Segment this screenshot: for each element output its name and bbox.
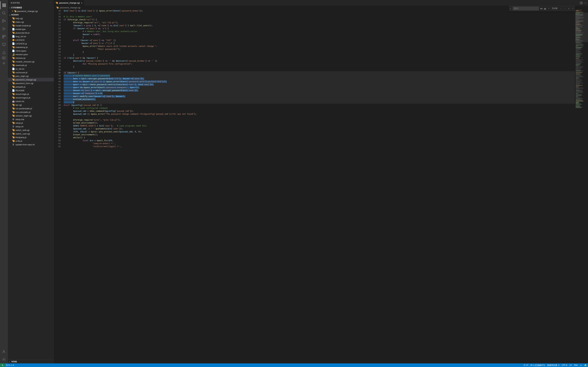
activity-ql[interactable]: QL [2, 56, 6, 59]
file-item[interactable]: 🐪help.cgi [8, 17, 54, 20]
status-tab-size[interactable]: 制表符长度: 4 [547, 364, 559, 367]
file-item[interactable]: 🐪javascript-lib.pl [8, 31, 54, 34]
file-item[interactable]: 🔶LICENCE [8, 38, 54, 42]
file-item[interactable]: 🐪index.cgi [8, 20, 54, 24]
sidebar-more-icon[interactable]: ⋯ [49, 2, 51, 4]
file-tree[interactable]: 🐪help.cgi🐪index.cgi🐪install-module.pl📄in… [8, 17, 54, 360]
file-icon: 🐪 [12, 136, 15, 139]
activity-testing[interactable] [0, 49, 8, 56]
file-icon: 🤖 [12, 100, 15, 103]
file-item[interactable]: 🐪newmods.pl [8, 63, 54, 67]
file-icon: 🐪 [12, 78, 15, 81]
file-item[interactable]: 🐪install-module.pl [8, 24, 54, 27]
find-input[interactable] [513, 7, 539, 10]
file-icon: 🐪 [12, 24, 15, 27]
file-icon: 🐪 [12, 82, 15, 84]
file-item[interactable]: 🐪run-postinstalls.pl [8, 107, 54, 110]
find-next-icon[interactable]: ↓ [563, 7, 567, 10]
file-item[interactable]: ⚙setup.bat [8, 117, 54, 121]
project-header[interactable]: ⌄ WEBMIN [8, 13, 54, 17]
sidebar-title: 资源管理器 [10, 2, 49, 4]
status-feedback-icon[interactable]: ☺ [580, 364, 582, 366]
status-problems[interactable]: ⓧ0 ⚠0 [6, 364, 14, 367]
status-bar: ⓧ0 ⚠0 行 37，列 1 (已选择471) 制表符长度: 4 UTF-8 L… [0, 363, 588, 367]
breadcrumb[interactable]: 🐪 password_change.cgi [54, 6, 588, 9]
file-item[interactable]: 📄README [8, 89, 54, 92]
file-item[interactable]: 🐪pam_login.cgi [8, 74, 54, 78]
activity-bar: QL [0, 0, 8, 363]
activity-settings[interactable] [0, 356, 8, 363]
file-item[interactable]: $update-from-repo.sh [8, 143, 54, 146]
file-item[interactable]: 🐪miniserv.pl [8, 56, 54, 60]
file-item[interactable]: 🐪setup.pl [8, 121, 54, 125]
svg-rect-8 [2, 37, 4, 38]
file-item[interactable]: 🐪rpc.cgi [8, 103, 54, 107]
svg-line-1 [4, 14, 5, 15]
open-editors-header[interactable]: ⌄ 打开的编辑器 [8, 6, 54, 9]
file-item[interactable]: 🔏miniserv.pem [8, 53, 54, 56]
file-item[interactable]: 🐪module_chooser.cgi [8, 60, 54, 63]
whole-word-toggle[interactable]: ab [543, 7, 547, 10]
activity-remote[interactable] [0, 41, 8, 49]
file-item[interactable]: 🐪record-login.pl [8, 92, 54, 96]
file-item[interactable]: 📄os_list.txt [8, 67, 54, 71]
code-content[interactable]: $in{'new1'} eq $in{'new2'} || &pass_erro… [64, 9, 575, 363]
status-language[interactable]: Perl [574, 364, 578, 366]
file-item[interactable]: 🐪record-logout.pl [8, 96, 54, 100]
minimap[interactable] [575, 9, 588, 363]
regex-toggle[interactable]: .* [547, 7, 550, 10]
more-actions-icon[interactable]: ⋯ [585, 2, 587, 4]
sidebar-header: 资源管理器 ⋯ [8, 0, 54, 6]
timeline-header[interactable]: › 时间线 [8, 360, 54, 363]
file-item[interactable]: $setup.sh [8, 125, 54, 128]
find-close-icon[interactable]: × [571, 7, 574, 10]
svg-point-0 [2, 12, 5, 14]
file-icon: 🐪 [12, 96, 15, 99]
file-item[interactable]: 🐪switch_user.cgi [8, 132, 54, 135]
find-selection-icon[interactable]: ≡ [567, 7, 571, 10]
file-item[interactable]: 📄lang_list.txt [8, 34, 54, 38]
activity-debug[interactable] [0, 25, 8, 33]
file-item[interactable]: 🐪oschooser.pl [8, 71, 54, 74]
svg-marker-5 [3, 27, 5, 30]
open-editor-item[interactable]: × 🐪 password_change.cgi [8, 9, 54, 13]
split-editor-icon[interactable] [580, 2, 583, 4]
file-icon: 🐪 [12, 21, 15, 23]
code-editor[interactable]: 1617181920212223242526272829303132333435… [54, 9, 588, 363]
activity-explorer[interactable] [0, 1, 8, 9]
find-expand-toggle[interactable]: › [509, 6, 512, 11]
file-item[interactable]: 🤖robots.txt [8, 100, 54, 103]
svg-rect-9 [2, 43, 5, 45]
file-item[interactable]: 🐪run-uninstalls.pl [8, 110, 54, 114]
file-item[interactable]: 🐪perlpath.pl [8, 85, 54, 89]
svg-rect-7 [4, 35, 5, 37]
file-item[interactable]: 📄install-type [8, 27, 54, 31]
file-item[interactable]: 🐪password_change.cgi [8, 78, 54, 81]
file-item[interactable]: 🐪ui-lib.pl [8, 139, 54, 143]
file-item[interactable]: 🐪thirdparty.pl [8, 135, 54, 139]
activity-scm[interactable] [0, 17, 8, 25]
file-icon: 🐪 [12, 17, 15, 20]
close-icon[interactable]: × [81, 2, 82, 4]
status-encoding[interactable]: UTF-8 [562, 364, 567, 366]
activity-github[interactable] [0, 59, 8, 67]
file-icon: ⚙ [12, 118, 15, 121]
file-item[interactable]: 📄mime.types [8, 49, 54, 53]
file-item[interactable]: 🐪maketemp.pl [8, 45, 54, 49]
tab-password-change[interactable]: 🐪 password_change.cgi × [54, 0, 84, 6]
status-remote[interactable] [0, 363, 5, 367]
file-item[interactable]: 📄LICENCE.ja [8, 42, 54, 45]
activity-account[interactable] [0, 348, 8, 356]
find-prev-icon[interactable]: ↑ [559, 7, 562, 10]
file-item[interactable]: 🐪session_login.cgi [8, 114, 54, 117]
close-icon[interactable]: × [11, 10, 14, 12]
file-item[interactable]: 🐪password_form.cgi [8, 81, 54, 85]
activity-search[interactable] [0, 9, 8, 17]
editor-area: 🐪 password_change.cgi × ⋯ 🐪 password_cha… [54, 0, 588, 363]
status-eol[interactable]: LF [570, 364, 572, 366]
activity-extensions[interactable] [0, 33, 8, 41]
status-bell-icon[interactable]: 🔔 [584, 364, 587, 366]
match-case-toggle[interactable]: Aa [540, 7, 543, 10]
status-cursor[interactable]: 行 37，列 1 (已选择471) [524, 364, 545, 367]
file-item[interactable]: 🐪switch_skill.cgi [8, 128, 54, 132]
